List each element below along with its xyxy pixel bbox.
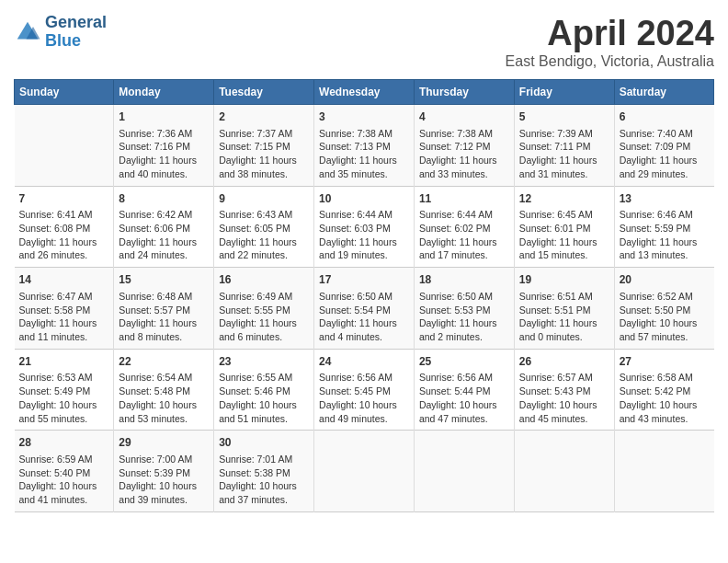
- week-row-1: 1Sunrise: 7:36 AM Sunset: 7:16 PM Daylig…: [15, 105, 714, 187]
- day-number: 23: [219, 354, 309, 370]
- day-info: Sunrise: 6:41 AM Sunset: 6:08 PM Dayligh…: [19, 208, 109, 262]
- column-header-thursday: Thursday: [414, 80, 514, 105]
- day-info: Sunrise: 6:47 AM Sunset: 5:58 PM Dayligh…: [19, 290, 109, 344]
- calendar-cell: 28Sunrise: 6:59 AM Sunset: 5:40 PM Dayli…: [15, 431, 114, 512]
- calendar-cell: 10Sunrise: 6:44 AM Sunset: 6:03 PM Dayli…: [314, 186, 415, 268]
- day-number: 16: [219, 272, 309, 288]
- week-row-5: 28Sunrise: 6:59 AM Sunset: 5:40 PM Dayli…: [15, 431, 714, 512]
- day-info: Sunrise: 6:50 AM Sunset: 5:54 PM Dayligh…: [319, 290, 409, 344]
- day-info: Sunrise: 7:01 AM Sunset: 5:38 PM Dayligh…: [219, 453, 309, 507]
- day-info: Sunrise: 6:44 AM Sunset: 6:02 PM Dayligh…: [419, 208, 509, 262]
- day-number: 19: [519, 272, 609, 288]
- logo-icon: [14, 18, 41, 46]
- day-number: 24: [319, 354, 409, 370]
- column-header-sunday: Sunday: [15, 80, 114, 105]
- column-header-friday: Friday: [514, 80, 614, 105]
- day-info: Sunrise: 6:57 AM Sunset: 5:43 PM Dayligh…: [519, 371, 609, 425]
- day-info: Sunrise: 6:44 AM Sunset: 6:03 PM Dayligh…: [319, 208, 409, 262]
- calendar-cell: 29Sunrise: 7:00 AM Sunset: 5:39 PM Dayli…: [114, 431, 214, 512]
- calendar-cell: 21Sunrise: 6:53 AM Sunset: 5:49 PM Dayli…: [15, 349, 114, 431]
- calendar-cell: [15, 105, 114, 187]
- day-info: Sunrise: 6:51 AM Sunset: 5:51 PM Dayligh…: [519, 290, 609, 344]
- calendar-cell: 27Sunrise: 6:58 AM Sunset: 5:42 PM Dayli…: [614, 349, 713, 431]
- day-number: 25: [419, 354, 509, 370]
- day-number: 15: [119, 272, 209, 288]
- day-info: Sunrise: 6:54 AM Sunset: 5:48 PM Dayligh…: [119, 371, 209, 425]
- day-number: 17: [319, 272, 409, 288]
- calendar-cell: 25Sunrise: 6:56 AM Sunset: 5:44 PM Dayli…: [414, 349, 514, 431]
- logo-line2: Blue: [45, 31, 81, 50]
- calendar-cell: 26Sunrise: 6:57 AM Sunset: 5:43 PM Dayli…: [514, 349, 614, 431]
- logo: General Blue: [14, 14, 107, 51]
- calendar-cell: 24Sunrise: 6:56 AM Sunset: 5:45 PM Dayli…: [314, 349, 415, 431]
- calendar-cell: 2Sunrise: 7:37 AM Sunset: 7:15 PM Daylig…: [214, 105, 314, 187]
- day-info: Sunrise: 6:56 AM Sunset: 5:44 PM Dayligh…: [419, 371, 509, 425]
- day-number: 11: [419, 191, 509, 207]
- day-number: 20: [620, 272, 710, 288]
- calendar-cell: 7Sunrise: 6:41 AM Sunset: 6:08 PM Daylig…: [15, 186, 114, 268]
- day-number: 18: [419, 272, 509, 288]
- day-info: Sunrise: 7:38 AM Sunset: 7:12 PM Dayligh…: [419, 127, 509, 181]
- calendar-header-row: SundayMondayTuesdayWednesdayThursdayFrid…: [15, 80, 714, 105]
- logo-line1: General: [45, 13, 107, 31]
- day-number: 30: [219, 435, 309, 451]
- page-title: April 2024: [506, 14, 714, 53]
- logo-name: General Blue: [45, 14, 107, 51]
- calendar-cell: 19Sunrise: 6:51 AM Sunset: 5:51 PM Dayli…: [514, 268, 614, 350]
- column-header-wednesday: Wednesday: [314, 80, 415, 105]
- calendar-cell: 13Sunrise: 6:46 AM Sunset: 5:59 PM Dayli…: [614, 186, 713, 268]
- week-row-4: 21Sunrise: 6:53 AM Sunset: 5:49 PM Dayli…: [15, 349, 714, 431]
- day-number: 14: [19, 272, 109, 288]
- day-number: 7: [19, 191, 109, 207]
- day-info: Sunrise: 6:55 AM Sunset: 5:46 PM Dayligh…: [219, 371, 309, 425]
- day-number: 4: [419, 109, 509, 125]
- column-header-monday: Monday: [114, 80, 214, 105]
- calendar-cell: 23Sunrise: 6:55 AM Sunset: 5:46 PM Dayli…: [214, 349, 314, 431]
- day-info: Sunrise: 6:58 AM Sunset: 5:42 PM Dayligh…: [620, 371, 710, 425]
- day-info: Sunrise: 7:37 AM Sunset: 7:15 PM Dayligh…: [219, 127, 309, 181]
- calendar-cell: 4Sunrise: 7:38 AM Sunset: 7:12 PM Daylig…: [414, 105, 514, 187]
- day-info: Sunrise: 7:39 AM Sunset: 7:11 PM Dayligh…: [519, 127, 609, 181]
- day-info: Sunrise: 7:00 AM Sunset: 5:39 PM Dayligh…: [119, 453, 209, 507]
- calendar-cell: 14Sunrise: 6:47 AM Sunset: 5:58 PM Dayli…: [15, 268, 114, 350]
- column-header-tuesday: Tuesday: [214, 80, 314, 105]
- day-info: Sunrise: 6:45 AM Sunset: 6:01 PM Dayligh…: [519, 208, 609, 262]
- calendar-cell: 5Sunrise: 7:39 AM Sunset: 7:11 PM Daylig…: [514, 105, 614, 187]
- calendar-cell: 6Sunrise: 7:40 AM Sunset: 7:09 PM Daylig…: [614, 105, 713, 187]
- day-info: Sunrise: 6:52 AM Sunset: 5:50 PM Dayligh…: [620, 290, 710, 344]
- day-info: Sunrise: 7:40 AM Sunset: 7:09 PM Dayligh…: [620, 127, 710, 181]
- calendar-cell: 1Sunrise: 7:36 AM Sunset: 7:16 PM Daylig…: [114, 105, 214, 187]
- day-info: Sunrise: 6:53 AM Sunset: 5:49 PM Dayligh…: [19, 371, 109, 425]
- calendar-cell: 17Sunrise: 6:50 AM Sunset: 5:54 PM Dayli…: [314, 268, 415, 350]
- title-section: April 2024 East Bendigo, Victoria, Austr…: [506, 14, 714, 70]
- day-info: Sunrise: 6:59 AM Sunset: 5:40 PM Dayligh…: [19, 453, 109, 507]
- day-info: Sunrise: 6:43 AM Sunset: 6:05 PM Dayligh…: [219, 208, 309, 262]
- day-info: Sunrise: 6:42 AM Sunset: 6:06 PM Dayligh…: [119, 208, 209, 262]
- calendar-cell: 18Sunrise: 6:50 AM Sunset: 5:53 PM Dayli…: [414, 268, 514, 350]
- day-number: 27: [620, 354, 710, 370]
- day-number: 13: [620, 191, 710, 207]
- calendar-cell: 3Sunrise: 7:38 AM Sunset: 7:13 PM Daylig…: [314, 105, 415, 187]
- calendar-cell: 12Sunrise: 6:45 AM Sunset: 6:01 PM Dayli…: [514, 186, 614, 268]
- day-number: 21: [19, 354, 109, 370]
- calendar-cell: 8Sunrise: 6:42 AM Sunset: 6:06 PM Daylig…: [114, 186, 214, 268]
- day-number: 3: [319, 109, 409, 125]
- calendar-cell: [414, 431, 514, 512]
- calendar-cell: 20Sunrise: 6:52 AM Sunset: 5:50 PM Dayli…: [614, 268, 713, 350]
- header: General Blue April 2024 East Bendigo, Vi…: [14, 14, 714, 70]
- week-row-3: 14Sunrise: 6:47 AM Sunset: 5:58 PM Dayli…: [15, 268, 714, 350]
- day-number: 28: [19, 435, 109, 451]
- week-row-2: 7Sunrise: 6:41 AM Sunset: 6:08 PM Daylig…: [15, 186, 714, 268]
- column-header-saturday: Saturday: [614, 80, 713, 105]
- day-number: 12: [519, 191, 609, 207]
- day-number: 1: [119, 109, 209, 125]
- page-subtitle: East Bendigo, Victoria, Australia: [506, 53, 714, 70]
- day-number: 26: [519, 354, 609, 370]
- day-info: Sunrise: 7:36 AM Sunset: 7:16 PM Dayligh…: [119, 127, 209, 181]
- calendar-cell: 16Sunrise: 6:49 AM Sunset: 5:55 PM Dayli…: [214, 268, 314, 350]
- calendar-cell: 11Sunrise: 6:44 AM Sunset: 6:02 PM Dayli…: [414, 186, 514, 268]
- day-number: 9: [219, 191, 309, 207]
- day-number: 2: [219, 109, 309, 125]
- day-info: Sunrise: 6:49 AM Sunset: 5:55 PM Dayligh…: [219, 290, 309, 344]
- day-info: Sunrise: 6:46 AM Sunset: 5:59 PM Dayligh…: [620, 208, 710, 262]
